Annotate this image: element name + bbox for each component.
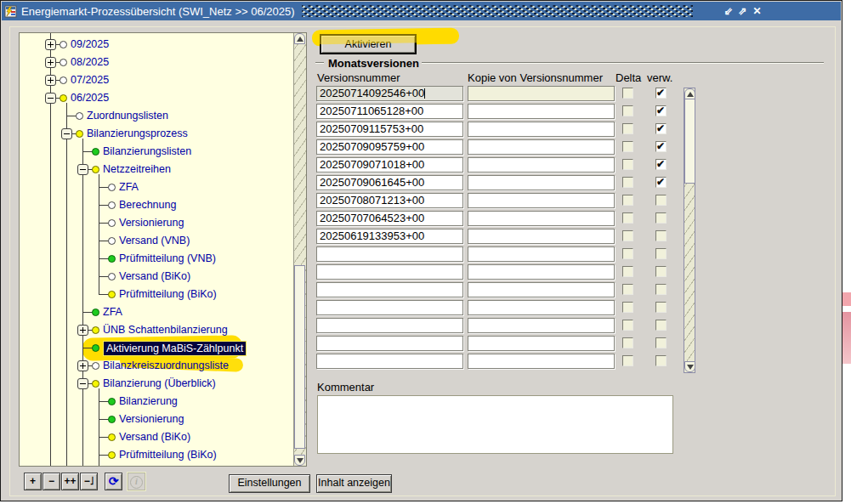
verw-checkbox[interactable] (655, 177, 667, 188)
expand-icon[interactable] (45, 75, 56, 86)
copy-version-field[interactable] (468, 300, 615, 315)
version-field[interactable]: 20250709095759+00 (316, 139, 463, 155)
version-field[interactable] (316, 336, 463, 351)
collapse-node-button[interactable]: − (43, 473, 60, 490)
verw-checkbox[interactable] (655, 284, 667, 295)
expand-node-button[interactable]: + (24, 473, 42, 490)
version-field[interactable]: 20250709071018+00 (316, 157, 463, 173)
version-field[interactable] (316, 246, 463, 262)
verw-checkbox[interactable] (655, 141, 667, 152)
copy-version-field[interactable] (468, 193, 615, 208)
delta-checkbox[interactable] (622, 284, 633, 295)
einstellungen-button[interactable]: Einstellungen (229, 474, 310, 493)
version-field[interactable]: 20250708071213+00 (316, 193, 463, 208)
delta-checkbox[interactable] (622, 88, 633, 99)
delta-checkbox[interactable] (622, 159, 633, 170)
tree-item-bilanzierungslisten[interactable]: Bilanzierungslisten (103, 144, 191, 158)
tree-scroll-down-icon[interactable] (294, 455, 305, 466)
tree-item-netzzeitreihen[interactable]: Netzzeitreihen (103, 162, 171, 176)
verw-checkbox[interactable] (655, 212, 667, 224)
collapse-icon[interactable] (61, 128, 72, 139)
tree-item-06-2025[interactable]: 06/2025 (71, 91, 109, 105)
tree-item-08-2025[interactable]: 08/2025 (71, 55, 109, 69)
tree-item-bilanzierungsprozess[interactable]: Bilanzierungsprozess (87, 127, 188, 140)
tree-item-09-2025[interactable]: 09/2025 (71, 37, 109, 51)
tree-item-aktivierung-mabis-z-hlpunkt[interactable]: Aktivierung MaBiS-Zählpunkt (103, 341, 247, 356)
delta-checkbox[interactable] (622, 266, 633, 277)
expand-all-button[interactable]: ++ (61, 473, 79, 490)
maximize-window-icon[interactable]: ⇗ (737, 5, 748, 18)
copy-version-field[interactable] (468, 229, 615, 244)
collapse-all-button[interactable]: −˩ (80, 473, 98, 490)
copy-version-field[interactable] (468, 354, 615, 369)
copy-version-field[interactable] (468, 264, 615, 280)
tree-item-zfa[interactable]: ZFA (119, 180, 139, 194)
version-field[interactable] (316, 318, 463, 333)
verw-checkbox[interactable] (655, 88, 667, 99)
delta-checkbox[interactable] (622, 105, 633, 116)
kommentar-textarea[interactable] (317, 395, 673, 454)
verw-checkbox[interactable] (655, 123, 667, 134)
copy-version-field[interactable] (468, 318, 615, 333)
tree-item-zfa[interactable]: ZFA (103, 305, 122, 319)
tree-scroll-thumb[interactable] (294, 265, 305, 449)
expand-icon[interactable] (77, 360, 88, 371)
tree-item-bilanzkreiszuordnungsliste[interactable]: Bilanzkreiszuordnungsliste (103, 359, 229, 372)
version-field[interactable] (316, 300, 463, 315)
tree-item-berechnung[interactable]: Berechnung (119, 198, 176, 212)
close-window-icon[interactable]: ✕ (752, 5, 763, 18)
tree-scroll-up-icon[interactable] (294, 33, 305, 44)
collapse-icon[interactable] (45, 93, 56, 104)
delta-checkbox[interactable] (622, 302, 633, 313)
tree-item-pr-fmitteilung-biko[interactable]: Prüfmitteilung (BiKo) (119, 287, 217, 301)
tree-item-versionierung[interactable]: Versionierung (119, 216, 184, 229)
tree-item-zuordnungslisten[interactable]: Zuordnungslisten (87, 109, 168, 122)
copy-version-field[interactable] (468, 104, 615, 119)
copy-version-field[interactable] (468, 246, 615, 262)
verw-checkbox[interactable] (655, 302, 667, 313)
version-field[interactable] (316, 282, 463, 297)
verw-checkbox[interactable] (655, 355, 667, 366)
tree-item-pr-fmitteilung-vnb[interactable]: Prüfmitteilung (VNB) (119, 252, 216, 265)
delta-checkbox[interactable] (622, 123, 633, 134)
copy-version-field[interactable] (468, 282, 615, 297)
verw-checkbox[interactable] (655, 337, 667, 348)
version-field[interactable]: 20250714092546+00 (316, 86, 463, 101)
version-field[interactable] (316, 264, 463, 280)
inhalt-anzeigen-button[interactable]: Inhalt anzeigen (316, 474, 392, 493)
copy-version-field[interactable] (468, 139, 615, 155)
delta-checkbox[interactable] (622, 212, 633, 224)
verw-checkbox[interactable] (655, 159, 667, 170)
tree-item-nb-schattenbilanzierung[interactable]: ÜNB Schattenbilanzierung (103, 323, 228, 337)
verw-checkbox[interactable] (655, 248, 667, 259)
delta-checkbox[interactable] (622, 248, 633, 259)
delta-checkbox[interactable] (622, 337, 633, 348)
versions-scroll-thumb[interactable] (684, 99, 695, 184)
tree-item-versionierung[interactable]: Versionierung (119, 412, 184, 426)
copy-version-field[interactable] (468, 175, 615, 190)
version-field[interactable]: 20250619133953+00 (316, 229, 463, 244)
verw-checkbox[interactable] (655, 230, 667, 241)
expand-icon[interactable] (45, 57, 56, 68)
copy-version-field[interactable] (468, 211, 615, 226)
versions-scroll-down-icon[interactable] (684, 361, 695, 372)
delta-checkbox[interactable] (622, 355, 633, 366)
delta-checkbox[interactable] (622, 141, 633, 152)
collapse-icon[interactable] (77, 378, 88, 389)
refresh-icon[interactable]: ⟳ (105, 473, 122, 490)
delta-checkbox[interactable] (622, 230, 633, 241)
version-field[interactable]: 20250709115753+00 (316, 122, 463, 137)
version-field[interactable]: 20250711065128+00 (316, 104, 463, 119)
copy-version-field[interactable] (468, 336, 615, 351)
restore-window-icon[interactable]: ⇙ (723, 5, 734, 18)
tree-item-versand-biko[interactable]: Versand (BiKo) (119, 269, 190, 283)
verw-checkbox[interactable] (655, 105, 667, 116)
version-field[interactable]: 20250709061645+00 (316, 175, 463, 190)
tree-item-bilanzierung[interactable]: Bilanzierung (119, 394, 178, 408)
tree-item-07-2025[interactable]: 07/2025 (71, 73, 109, 87)
expand-icon[interactable] (77, 325, 88, 336)
versions-scrollbar[interactable] (684, 88, 695, 373)
tree-item-versand-biko[interactable]: Versand (BiKo) (119, 430, 190, 444)
collapse-icon[interactable] (77, 164, 88, 175)
copy-version-field[interactable] (468, 122, 615, 137)
